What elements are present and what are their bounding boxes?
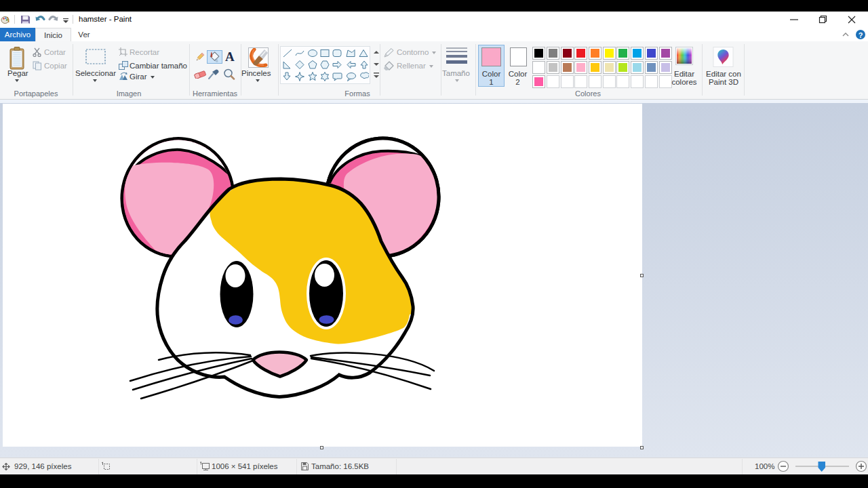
svg-text:?: ? <box>859 31 863 39</box>
